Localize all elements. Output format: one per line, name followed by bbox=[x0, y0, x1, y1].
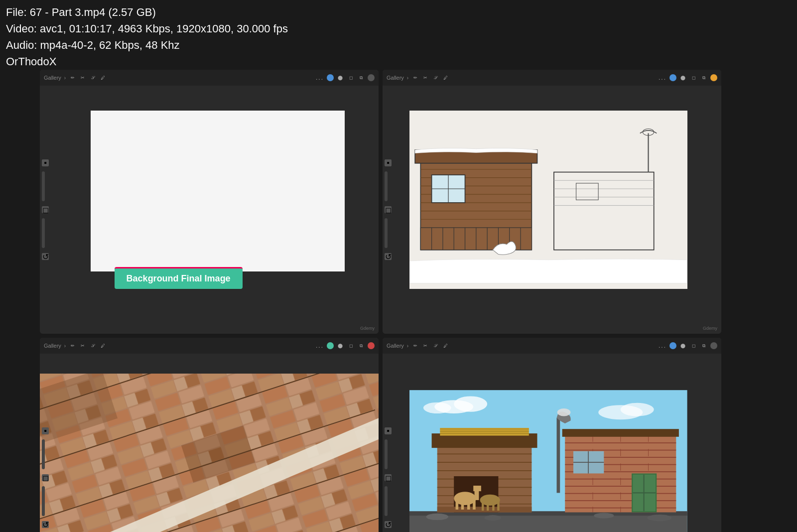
tool-icon-4c[interactable]: 𝒮 bbox=[431, 342, 439, 350]
side-control-1b[interactable]: ◻ bbox=[42, 206, 49, 213]
panel-3-canvas: ▪ ◻ ↺ bbox=[40, 354, 379, 532]
tool-icon-4b[interactable]: ✂ bbox=[421, 342, 429, 350]
side-control-4c[interactable]: ↺ bbox=[385, 521, 392, 528]
side-control-3b[interactable]: ◻ bbox=[42, 474, 49, 481]
side-control-1c[interactable]: ↺ bbox=[42, 253, 49, 260]
tool-icon-1a[interactable]: ✏ bbox=[69, 74, 77, 82]
toolbar-right-3: ⬤ ◻ ⧉ bbox=[327, 342, 375, 350]
toolbar-left-4: Gallery › ✏ ✂ 𝒮 🖊 bbox=[387, 342, 656, 350]
tool-icon-brush-4[interactable]: ⬤ bbox=[679, 342, 687, 350]
svg-point-63 bbox=[426, 514, 449, 520]
panel-4-toolbar: Gallery › ✏ ✂ 𝒮 🖊 ... ⬤ ◻ ⧉ bbox=[383, 338, 721, 354]
side-control-2c[interactable]: ↺ bbox=[385, 253, 392, 260]
color-picker-1[interactable] bbox=[368, 74, 375, 81]
panel-3-content: ▪ ◻ ↺ bbox=[40, 354, 379, 532]
svg-rect-93 bbox=[498, 500, 500, 511]
sketch-image-2 bbox=[409, 111, 687, 289]
gallery-label-1[interactable]: Gallery bbox=[44, 75, 61, 81]
svg-rect-85 bbox=[467, 497, 470, 510]
side-slider-1b[interactable] bbox=[42, 218, 45, 248]
side-control-2a[interactable]: ▪ bbox=[385, 159, 392, 166]
side-control-4a[interactable]: ▪ bbox=[385, 427, 392, 434]
svg-point-113 bbox=[557, 408, 571, 416]
tool-icon-eraser-4[interactable]: ◻ bbox=[689, 342, 697, 350]
side-control-4b[interactable]: ◻ bbox=[385, 474, 392, 481]
tool-icon-3d[interactable]: 🖊 bbox=[99, 342, 107, 350]
side-controls-3: ▪ ◻ ↺ bbox=[42, 427, 49, 528]
toolbar-arrow-1: › bbox=[64, 75, 66, 81]
side-control-3c[interactable]: ↺ bbox=[42, 521, 49, 528]
side-control-1a[interactable]: ▪ bbox=[42, 159, 49, 166]
svg-rect-90 bbox=[482, 500, 484, 511]
tool-icon-3c[interactable]: 𝒮 bbox=[89, 342, 97, 350]
panels-container: Gallery › ✏ ✂ 𝒮 🖊 ... ⬤ ◻ ⧉ bbox=[0, 0, 797, 532]
side-control-2b[interactable]: ◻ bbox=[385, 206, 392, 213]
toolbar-icons-2: ✏ ✂ 𝒮 🖊 bbox=[411, 74, 449, 82]
gallery-label-3[interactable]: Gallery bbox=[44, 343, 61, 349]
canvas-label-1: Background Final Image bbox=[115, 267, 243, 289]
side-slider-1a[interactable] bbox=[42, 171, 45, 201]
toolbar-dots-2[interactable]: ... bbox=[659, 74, 666, 81]
color-dot-2a[interactable] bbox=[669, 74, 676, 81]
color-dot-1a[interactable] bbox=[327, 74, 334, 81]
svg-rect-88 bbox=[474, 486, 482, 491]
side-slider-2a[interactable] bbox=[385, 171, 388, 201]
panel-2-toolbar: Gallery › ✏ ✂ 𝒮 🖊 ... ⬤ ◻ ⧉ bbox=[383, 70, 721, 86]
color-dot-3a[interactable] bbox=[327, 342, 334, 349]
tool-icon-1d[interactable]: 🖊 bbox=[99, 74, 107, 82]
tool-icon-layers-2[interactable]: ⧉ bbox=[700, 74, 708, 82]
tool-icon-1c[interactable]: 𝒮 bbox=[89, 74, 97, 82]
canvas-white-1 bbox=[91, 111, 345, 272]
color-dot-4a[interactable] bbox=[669, 342, 676, 349]
panel-1-canvas: ▪ ◻ ↺ Background Final Image Gdemy bbox=[40, 86, 379, 334]
panel-1-toolbar: Gallery › ✏ ✂ 𝒮 🖊 ... ⬤ ◻ ⧉ bbox=[40, 70, 379, 86]
tool-icon-4d[interactable]: 🖊 bbox=[441, 342, 449, 350]
tool-icon-3b[interactable]: ✂ bbox=[79, 342, 87, 350]
tool-icon-2a[interactable]: ✏ bbox=[411, 74, 419, 82]
toolbar-left-3: Gallery › ✏ ✂ 𝒮 🖊 bbox=[44, 342, 313, 350]
svg-point-64 bbox=[485, 515, 501, 521]
toolbar-icons-4: ✏ ✂ 𝒮 🖊 bbox=[411, 342, 449, 350]
tool-icon-3a[interactable]: ✏ bbox=[69, 342, 77, 350]
tool-icon-4a[interactable]: ✏ bbox=[411, 342, 419, 350]
tool-icon-layers-4[interactable]: ⧉ bbox=[700, 342, 708, 350]
side-slider-4a[interactable] bbox=[385, 439, 388, 469]
svg-point-57 bbox=[454, 396, 488, 411]
tool-icon-layers-3[interactable]: ⧉ bbox=[357, 342, 365, 350]
svg-rect-87 bbox=[475, 490, 479, 500]
side-slider-2b[interactable] bbox=[385, 218, 388, 248]
tool-icon-2d[interactable]: 🖊 bbox=[441, 74, 449, 82]
side-slider-3b[interactable] bbox=[42, 486, 45, 516]
tool-icon-1b[interactable]: ✂ bbox=[79, 74, 87, 82]
toolbar-arrow-4: › bbox=[407, 343, 408, 349]
side-slider-4b[interactable] bbox=[385, 486, 388, 516]
tool-icon-eraser-1[interactable]: ◻ bbox=[347, 74, 355, 82]
tool-icon-eraser-3[interactable]: ◻ bbox=[347, 342, 355, 350]
color-picker-3[interactable] bbox=[368, 342, 375, 349]
side-control-3a[interactable]: ▪ bbox=[42, 427, 49, 434]
gallery-label-4[interactable]: Gallery bbox=[387, 343, 404, 349]
color-picker-4[interactable] bbox=[710, 342, 717, 349]
tool-icon-2b[interactable]: ✂ bbox=[421, 74, 429, 82]
panel-2-content: ▪ ◻ ↺ bbox=[383, 86, 721, 334]
toolbar-dots-4[interactable]: ... bbox=[659, 342, 666, 349]
toolbar-dots-1[interactable]: ... bbox=[316, 74, 324, 81]
tool-icon-brush-1[interactable]: ⬤ bbox=[336, 74, 344, 82]
gallery-label-2[interactable]: Gallery bbox=[387, 75, 404, 81]
side-slider-3a[interactable] bbox=[42, 439, 45, 469]
tool-icon-2c[interactable]: 𝒮 bbox=[431, 74, 439, 82]
watermark-2: Gdemy bbox=[703, 326, 717, 331]
panel-4-content: ▪ ◻ ↺ bbox=[383, 354, 721, 532]
panel-4-canvas: ▪ ◻ ↺ bbox=[383, 354, 721, 532]
panel-2: Gallery › ✏ ✂ 𝒮 🖊 ... ⬤ ◻ ⧉ bbox=[383, 70, 721, 334]
toolbar-right-4: ⬤ ◻ ⧉ bbox=[669, 342, 717, 350]
tool-icon-layers-1[interactable]: ⧉ bbox=[357, 74, 365, 82]
tool-icon-brush-2[interactable]: ⬤ bbox=[679, 74, 687, 82]
tool-icon-eraser-2[interactable]: ◻ bbox=[689, 74, 697, 82]
svg-rect-112 bbox=[557, 418, 560, 493]
side-controls-4: ▪ ◻ ↺ bbox=[385, 427, 392, 528]
toolbar-dots-3[interactable]: ... bbox=[316, 342, 324, 349]
svg-rect-83 bbox=[456, 497, 459, 510]
tool-icon-brush-3[interactable]: ⬤ bbox=[336, 342, 344, 350]
color-picker-2[interactable] bbox=[710, 74, 717, 81]
